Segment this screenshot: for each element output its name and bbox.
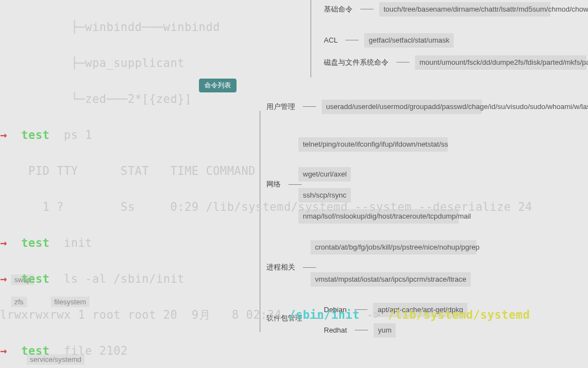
prompt-line: → test file 2102 [0,342,588,360]
tree-line: ├─winbindd───winbindd [0,18,588,37]
prompt-name: test [22,272,50,286]
prompt-line: → test ls -al /sbin/init [0,270,588,288]
output-line: 1 ? Ss 0:29 /lib/systemd/systemd --syste… [0,198,588,216]
command-text: ls -al /sbin/init [64,272,185,286]
symlink-source: /sbin/init [288,308,359,322]
command-text: init [64,236,92,250]
prompt-arrow-icon: → [0,236,7,250]
tree-line: └─zed───2*[{zed}] [0,90,588,108]
prompt-arrow-icon: → [0,128,7,142]
tree-line: ├─wpa_supplicant [0,54,588,72]
output-line: lrwxrwxrwx 1 root root 20 9月 8 02:34 /sb… [0,306,588,324]
prompt-line: → test init [0,234,588,252]
output-line: PID TTY STAT TIME COMMAND [0,162,588,180]
prompt-arrow-icon: → [0,344,7,357]
command-text: ps 1 [64,128,92,142]
prompt-name: test [22,344,50,357]
symlink-target: /lib/systemd/systemd [388,308,530,322]
terminal-overlay[interactable]: ├─winbindd───winbindd ├─wpa_supplicant └… [0,0,588,368]
prompt-line: → test ps 1 [0,126,588,144]
prompt-name: test [22,128,50,142]
command-text: file 2102 [64,344,128,357]
prompt-arrow-icon: → [0,272,7,286]
prompt-name: test [22,236,50,250]
